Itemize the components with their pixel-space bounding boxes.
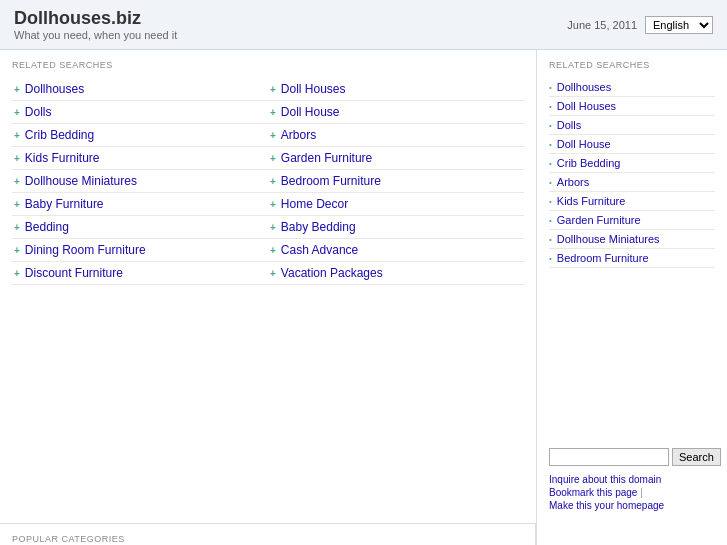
popular-categories-label: POPULAR CATEGORIES <box>12 534 523 544</box>
list-item: +Crib Bedding <box>12 124 268 147</box>
site-subtitle: What you need, when you need it <box>14 29 177 41</box>
bookmark-link[interactable]: Bookmark this page <box>549 487 637 498</box>
list-item: •Garden Furniture <box>549 211 715 230</box>
search-box-area: Search <box>549 448 715 466</box>
bullet-icon: • <box>549 102 552 111</box>
list-item: +Dollhouse Miniatures <box>12 170 268 193</box>
site-title: Dollhouses.biz <box>14 8 177 29</box>
list-item: +Baby Bedding <box>268 216 524 239</box>
right-related-link[interactable]: Doll Houses <box>557 100 616 112</box>
related-link[interactable]: Dollhouses <box>25 82 84 96</box>
bottom-right-spacer <box>537 523 727 545</box>
arrow-icon: + <box>14 84 20 95</box>
header-left: Dollhouses.biz What you need, when you n… <box>14 8 177 41</box>
related-link[interactable]: Doll Houses <box>281 82 346 96</box>
bullet-icon: • <box>549 83 552 92</box>
list-item: +Bedding <box>12 216 268 239</box>
right-related-link[interactable]: Doll House <box>557 138 611 150</box>
related-searches-label: RELATED SEARCHES <box>12 60 524 70</box>
domain-links: Inquire about this domain Bookmark this … <box>549 474 715 511</box>
list-item: +Discount Furniture <box>12 262 268 285</box>
related-link[interactable]: Baby Furniture <box>25 197 104 211</box>
arrow-icon: + <box>270 107 276 118</box>
right-related-link[interactable]: Garden Furniture <box>557 214 641 226</box>
related-link[interactable]: Dolls <box>25 105 52 119</box>
right-related-link[interactable]: Dollhouse Miniatures <box>557 233 660 245</box>
list-item: •Crib Bedding <box>549 154 715 173</box>
arrow-icon: + <box>14 222 20 233</box>
list-item: +Vacation Packages <box>268 262 524 285</box>
list-item: •Bedroom Furniture <box>549 249 715 268</box>
list-item: •Doll Houses <box>549 97 715 116</box>
arrow-icon: + <box>14 130 20 141</box>
related-link[interactable]: Home Decor <box>281 197 348 211</box>
inquire-link[interactable]: Inquire about this domain <box>549 474 661 485</box>
homepage-link[interactable]: Make this your homepage <box>549 500 664 511</box>
related-link[interactable]: Cash Advance <box>281 243 358 257</box>
list-item: +Doll Houses <box>268 78 524 101</box>
arrow-icon: + <box>270 153 276 164</box>
list-item: +Cash Advance <box>268 239 524 262</box>
list-item: +Arbors <box>268 124 524 147</box>
list-item: •Dollhouses <box>549 78 715 97</box>
bullet-icon: • <box>549 159 552 168</box>
language-select[interactable]: English Spanish French German <box>645 16 713 34</box>
list-item: +Baby Furniture <box>12 193 268 216</box>
bottom-area: POPULAR CATEGORIES Travel Airline Ticket… <box>0 523 727 545</box>
arrow-icon: + <box>270 176 276 187</box>
right-related-label: RELATED SEARCHES <box>549 60 715 70</box>
header: Dollhouses.biz What you need, when you n… <box>0 0 727 50</box>
arrow-icon: + <box>14 107 20 118</box>
related-link[interactable]: Discount Furniture <box>25 266 123 280</box>
search-button[interactable]: Search <box>672 448 721 466</box>
right-related-link[interactable]: Dolls <box>557 119 581 131</box>
bullet-icon: • <box>549 178 552 187</box>
search-input[interactable] <box>549 448 669 466</box>
bullet-icon: • <box>549 197 552 206</box>
related-col-right: +Doll Houses +Doll House +Arbors +Garden… <box>268 78 524 285</box>
list-item: +Doll House <box>268 101 524 124</box>
bullet-icon: • <box>549 121 552 130</box>
related-link[interactable]: Dollhouse Miniatures <box>25 174 137 188</box>
related-col-left: +Dollhouses +Dolls +Crib Bedding +Kids F… <box>12 78 268 285</box>
list-item: +Kids Furniture <box>12 147 268 170</box>
arrow-icon: + <box>14 176 20 187</box>
related-link[interactable]: Crib Bedding <box>25 128 94 142</box>
separator: | <box>640 487 643 498</box>
list-item: •Arbors <box>549 173 715 192</box>
header-date: June 15, 2011 <box>567 19 637 31</box>
bullet-icon: • <box>549 254 552 263</box>
related-link[interactable]: Kids Furniture <box>25 151 100 165</box>
arrow-icon: + <box>14 153 20 164</box>
popular-categories: POPULAR CATEGORIES Travel Airline Ticket… <box>0 523 536 545</box>
related-link[interactable]: Vacation Packages <box>281 266 383 280</box>
arrow-icon: + <box>14 245 20 256</box>
list-item: •Kids Furniture <box>549 192 715 211</box>
arrow-icon: + <box>270 130 276 141</box>
related-link[interactable]: Garden Furniture <box>281 151 372 165</box>
list-item: •Doll House <box>549 135 715 154</box>
right-related-link[interactable]: Bedroom Furniture <box>557 252 649 264</box>
list-item: +Dolls <box>12 101 268 124</box>
arrow-icon: + <box>270 84 276 95</box>
list-item: +Dining Room Furniture <box>12 239 268 262</box>
list-item: +Dollhouses <box>12 78 268 101</box>
right-related-list: •Dollhouses •Doll Houses •Dolls •Doll Ho… <box>549 78 715 268</box>
related-link[interactable]: Arbors <box>281 128 316 142</box>
right-related-link[interactable]: Dollhouses <box>557 81 611 93</box>
arrow-icon: + <box>270 199 276 210</box>
list-item: +Bedroom Furniture <box>268 170 524 193</box>
related-link[interactable]: Dining Room Furniture <box>25 243 146 257</box>
arrow-icon: + <box>14 268 20 279</box>
related-link[interactable]: Doll House <box>281 105 340 119</box>
arrow-icon: + <box>270 245 276 256</box>
right-related-link[interactable]: Crib Bedding <box>557 157 621 169</box>
bullet-icon: • <box>549 216 552 225</box>
related-link[interactable]: Bedroom Furniture <box>281 174 381 188</box>
related-link[interactable]: Bedding <box>25 220 69 234</box>
list-item: +Garden Furniture <box>268 147 524 170</box>
list-item: •Dollhouse Miniatures <box>549 230 715 249</box>
right-related-link[interactable]: Kids Furniture <box>557 195 625 207</box>
right-related-link[interactable]: Arbors <box>557 176 589 188</box>
related-link[interactable]: Baby Bedding <box>281 220 356 234</box>
